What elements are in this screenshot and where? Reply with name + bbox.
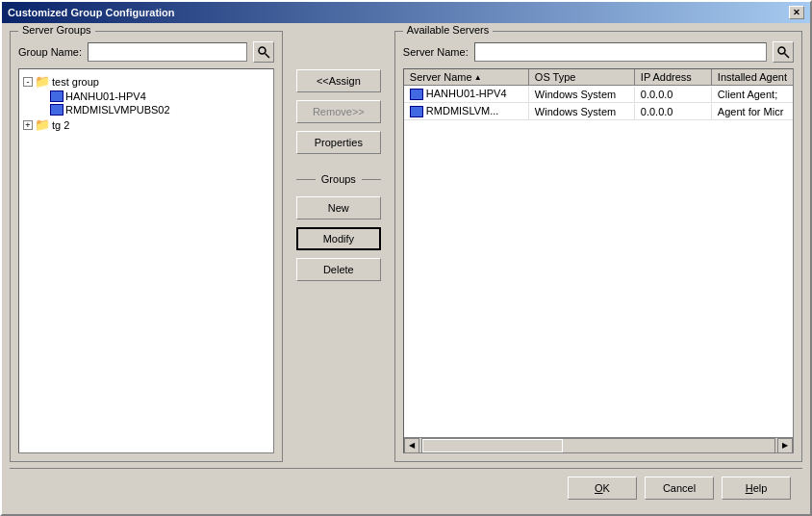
search-icon — [257, 45, 270, 59]
server-name-input[interactable] — [474, 42, 767, 62]
expand-icon-root2[interactable]: + — [23, 120, 33, 130]
table-row[interactable]: RMDMISLVM... Windows System 0.0.0.0 Agen… — [404, 103, 793, 120]
server-groups-panel: Server Groups Group Name: — [10, 31, 283, 462]
column-header-installed-agent[interactable]: Installed Agent — [712, 69, 793, 85]
cell-server-name-1: HANHU01-HPV4 — [404, 86, 529, 102]
tree-item-label-server2: RMDMISLVMPUBS02 — [65, 104, 170, 116]
server-name-label: Server Name: — [403, 46, 469, 58]
cell-agent-1: Client Agent; — [712, 87, 793, 102]
groups-label: Groups — [321, 173, 356, 185]
column-label-installed-agent: Installed Agent — [718, 71, 787, 83]
cell-os-type-1: Windows System — [529, 87, 635, 102]
cancel-button[interactable]: Cancel — [645, 477, 714, 500]
divider-line-right — [362, 179, 381, 180]
horizontal-scrollbar[interactable]: ◀ ▶ — [404, 437, 793, 452]
properties-button[interactable]: Properties — [296, 131, 381, 154]
server-groups-tree[interactable]: - 📁 test group HANHU01-HPV4 — [18, 68, 274, 453]
cell-server-name-2: RMDMISLVM... — [404, 103, 529, 119]
table-row[interactable]: HANHU01-HPV4 Windows System 0.0.0.0 Clie… — [404, 86, 793, 103]
scroll-right-arrow[interactable]: ▶ — [777, 438, 793, 453]
group-search-button[interactable] — [253, 41, 274, 63]
server-row-icon-1 — [410, 89, 423, 100]
delete-button[interactable]: Delete — [296, 258, 381, 281]
available-servers-legend: Available Servers — [403, 24, 493, 36]
bottom-bar: OK Cancel Help — [10, 468, 802, 506]
close-button[interactable]: ✕ — [789, 6, 804, 19]
title-bar: Customized Group Configuration ✕ — [2, 2, 810, 23]
cell-agent-2: Agent for Micr — [712, 104, 793, 119]
content-area: Server Groups Group Name: — [2, 23, 810, 514]
svg-point-0 — [259, 47, 266, 54]
column-header-server-name[interactable]: Server Name ▲ — [404, 69, 529, 85]
groups-divider: Groups — [296, 173, 381, 185]
svg-line-1 — [265, 54, 269, 59]
divider-line-left — [296, 179, 316, 180]
tree-item-root2[interactable]: + 📁 tg 2 — [23, 116, 269, 133]
column-label-server-name: Server Name — [410, 71, 472, 83]
server-table: Server Name ▲ OS Type IP Address Install… — [403, 68, 794, 453]
folder-icon-root2: 📁 — [35, 117, 50, 132]
server-icon-2 — [50, 104, 63, 116]
tree-item-server2[interactable]: RMDMISLVMPUBS02 — [38, 103, 269, 116]
cell-ip-1: 0.0.0.0 — [635, 87, 712, 102]
new-button[interactable]: New — [296, 196, 381, 219]
tree-children-root: HANHU01-HPV4 RMDMISLVMPUBS02 — [23, 90, 269, 116]
server-groups-legend: Server Groups — [18, 24, 95, 36]
table-header: Server Name ▲ OS Type IP Address Install… — [404, 69, 793, 86]
expand-icon-root[interactable]: - — [23, 77, 33, 87]
column-header-ip-address[interactable]: IP Address — [635, 69, 712, 85]
search-icon-right — [776, 45, 790, 59]
sort-icon: ▲ — [474, 73, 482, 82]
available-servers-panel: Available Servers Server Name: — [394, 31, 802, 462]
tree-item-label-root2: tg 2 — [52, 119, 69, 131]
scroll-track[interactable] — [421, 438, 775, 453]
svg-line-3 — [785, 54, 790, 59]
window-title: Customized Group Configuration — [8, 7, 175, 18]
remove-button[interactable]: Remove>> — [296, 100, 381, 123]
ok-button[interactable]: OK — [568, 477, 637, 500]
server-icon-1 — [50, 90, 63, 102]
scroll-left-arrow[interactable]: ◀ — [404, 438, 419, 453]
column-header-os-type[interactable]: OS Type — [529, 69, 635, 85]
column-label-ip-address: IP Address — [641, 71, 692, 83]
tree-item-label-root: test group — [52, 76, 99, 88]
group-name-label: Group Name: — [18, 46, 82, 58]
group-name-input[interactable] — [88, 42, 247, 62]
cell-ip-2: 0.0.0.0 — [635, 104, 712, 119]
server-search-button[interactable] — [773, 41, 794, 63]
group-name-row: Group Name: — [18, 41, 274, 63]
folder-icon-root: 📁 — [35, 74, 50, 89]
tree-item-root[interactable]: - 📁 test group — [23, 73, 269, 90]
middle-buttons-panel: <<Assign Remove>> Properties Groups New … — [291, 31, 387, 462]
main-row: Server Groups Group Name: — [10, 31, 802, 462]
server-name-row: Server Name: — [403, 41, 794, 63]
server-row-icon-2 — [410, 106, 423, 117]
column-label-os-type: OS Type — [535, 71, 576, 83]
title-bar-controls: ✕ — [789, 6, 804, 19]
modify-button[interactable]: Modify — [296, 227, 381, 250]
svg-point-2 — [778, 47, 785, 54]
assign-button[interactable]: <<Assign — [296, 69, 381, 92]
cell-os-type-2: Windows System — [529, 104, 635, 119]
table-body: HANHU01-HPV4 Windows System 0.0.0.0 Clie… — [404, 86, 793, 437]
tree-item-label-server1: HANHU01-HPV4 — [65, 90, 146, 102]
tree-item-server1[interactable]: HANHU01-HPV4 — [38, 90, 269, 103]
main-window: Customized Group Configuration ✕ Server … — [0, 0, 812, 516]
scroll-thumb[interactable] — [422, 439, 563, 452]
help-button[interactable]: Help — [722, 477, 791, 500]
